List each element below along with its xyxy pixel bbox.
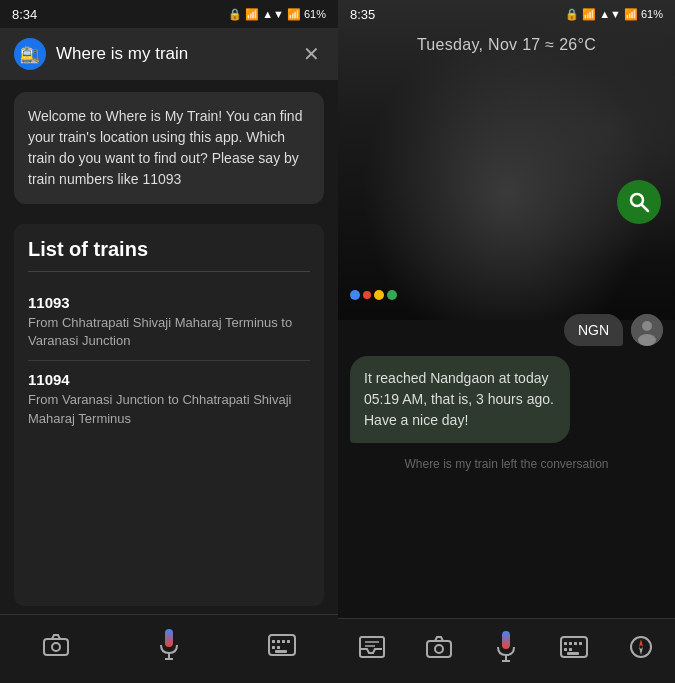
welcome-bubble: Welcome to Where is My Train! You can fi… [14,92,324,204]
svg-rect-12 [275,650,287,653]
svg-rect-21 [427,641,451,657]
svg-marker-35 [639,639,643,647]
train-route-11093: From Chhatrapati Shivaji Maharaj Terminu… [28,314,310,350]
user-message-row: NGN [350,314,663,346]
svg-rect-33 [567,652,579,655]
svg-rect-32 [569,648,572,651]
train-icon: 🚉 [20,45,40,64]
left-panel: 8:34 🔒 📶 ▲▼ 📶 61% 🚉 Where is my train ✕ … [0,0,338,683]
chat-area: NGN It reached Nandgaon at today 05:19 A… [338,280,675,618]
svg-rect-11 [277,646,280,649]
dot-blue [350,290,360,300]
compass-button[interactable] [623,629,659,665]
train-item-11093[interactable]: 11093 From Chhatrapati Shivaji Maharaj T… [28,284,310,361]
svg-line-14 [642,205,649,212]
welcome-text: Welcome to Where is My Train! You can fi… [28,108,302,187]
user-bubble: NGN [564,314,623,346]
assistant-bubble: It reached Nandgaon at today 05:19 AM, t… [350,356,570,443]
date-display: Tuesday, Nov 17 ≈ 26°C [338,36,675,54]
train-item-11094[interactable]: 11094 From Varanasi Junction to Chhatrap… [28,361,310,437]
mic-button-left[interactable] [151,627,187,663]
svg-rect-23 [502,631,510,649]
mic-button-right[interactable] [488,629,524,665]
svg-rect-0 [44,639,68,655]
svg-rect-2 [165,629,173,647]
camera-button-right[interactable] [421,629,457,665]
svg-rect-9 [287,640,290,643]
svg-rect-29 [574,642,577,645]
app-header-left: 🚉 Where is my train [14,38,188,70]
assistant-header [350,290,663,300]
user-avatar [631,314,663,346]
svg-rect-6 [272,640,275,643]
dot-green [387,290,397,300]
svg-point-1 [52,643,60,651]
svg-rect-30 [579,642,582,645]
signal-icons-right: 🔒 📶 ▲▼ 📶 61% [565,8,663,21]
time-left: 8:34 [12,7,37,22]
svg-rect-28 [569,642,572,645]
svg-marker-36 [639,647,643,655]
right-panel: 8:35 🔒 📶 ▲▼ 📶 61% Tuesday, Nov 17 ≈ 26°C [338,0,675,683]
svg-point-22 [435,645,443,653]
svg-rect-8 [282,640,285,643]
close-button[interactable]: ✕ [299,38,324,70]
search-fab[interactable] [617,180,661,224]
time-right: 8:35 [350,7,375,22]
bottom-bar-right [338,618,675,683]
svg-rect-31 [564,648,567,651]
dot-red [363,291,371,299]
status-bar-left: 8:34 🔒 📶 ▲▼ 📶 61% [0,0,338,28]
camera-button-left[interactable] [38,627,74,663]
keyboard-button-left[interactable] [264,627,300,663]
keyboard-button-right[interactable] [556,629,592,665]
bottom-bar-left [0,614,338,683]
assistant-message-row: It reached Nandgaon at today 05:19 AM, t… [350,356,663,443]
train-route-11094: From Varanasi Junction to Chhatrapati Sh… [28,391,310,427]
svg-rect-10 [272,646,275,649]
train-number-11093: 11093 [28,294,310,311]
train-number-11094: 11094 [28,371,310,388]
svg-rect-7 [277,640,280,643]
signal-icons-left: 🔒 📶 ▲▼ 📶 61% [228,8,326,21]
svg-point-16 [642,321,652,331]
app-title: Where is my train [56,44,188,64]
conversation-end-text: Where is my train left the conversation [350,453,663,475]
app-icon: 🚉 [14,38,46,70]
inbox-button[interactable] [354,629,390,665]
svg-rect-27 [564,642,567,645]
trains-section: List of trains 11093 From Chhatrapati Sh… [14,224,324,606]
dot-yellow [374,290,384,300]
status-bar-right: 8:35 🔒 📶 ▲▼ 📶 61% [338,0,675,28]
svg-point-17 [638,334,656,346]
google-dots [350,290,397,300]
app-header: 🚉 Where is my train ✕ [0,28,338,80]
trains-title: List of trains [28,238,310,272]
